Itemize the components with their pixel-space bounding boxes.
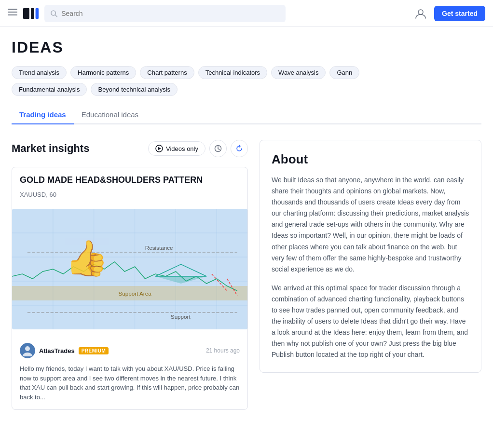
header-right: Get started	[413, 6, 485, 21]
search-bar[interactable]	[44, 5, 286, 22]
tag-fundamental-analysis[interactable]: Fundamental analysis	[12, 83, 87, 96]
card-meta: AtlasTrades PREMIUM 21 hours ago	[20, 343, 240, 358]
tags-container: Trend analysis Harmonic patterns Chart p…	[12, 66, 481, 79]
tab-trading-ideas[interactable]: Trading ideas	[12, 106, 74, 124]
tabs: Trading ideas Educational ideas	[12, 106, 481, 124]
header: Get started	[0, 0, 493, 27]
svg-rect-3	[23, 8, 29, 18]
main-content: Market insights Videos only	[12, 140, 481, 410]
idea-card[interactable]: GOLD MADE HEAD&SHOULDERS PATTERN XAUUSD,…	[12, 167, 248, 410]
refresh-icon	[235, 145, 243, 152]
videos-only-label: Videos only	[166, 145, 198, 152]
tab-educational-ideas[interactable]: Educational ideas	[74, 106, 146, 124]
page-content: IDEAS Trend analysis Harmonic patterns C…	[0, 27, 493, 410]
svg-rect-5	[36, 8, 39, 18]
svg-line-7	[55, 14, 57, 16]
right-column: About We built Ideas so that anyone, any…	[260, 140, 481, 410]
svg-text:Support Area: Support Area	[119, 291, 152, 297]
svg-rect-1	[8, 12, 17, 13]
search-input[interactable]	[61, 10, 280, 17]
svg-text:Resistance: Resistance	[145, 245, 173, 251]
refresh-button[interactable]	[231, 140, 248, 157]
clock-icon	[214, 145, 222, 152]
tag-chart-patterns[interactable]: Chart patterns	[140, 66, 194, 79]
tag-technical-indicators[interactable]: Technical indicators	[198, 66, 267, 79]
left-column: Market insights Videos only	[12, 140, 248, 410]
svg-rect-4	[31, 8, 34, 18]
user-icon[interactable]	[413, 6, 428, 21]
author-avatar	[20, 343, 35, 358]
filter-controls: Videos only	[148, 140, 248, 157]
thumbs-up-icon: 👍	[65, 238, 109, 279]
card-author: AtlasTrades PREMIUM	[20, 343, 109, 358]
card-chart: Resistance Support Area Support	[12, 209, 247, 329]
tag-wave-analysis[interactable]: Wave analysis	[271, 66, 326, 79]
svg-marker-10	[158, 147, 161, 150]
logo[interactable]	[23, 6, 39, 21]
svg-rect-0	[8, 9, 17, 10]
play-icon	[155, 145, 163, 152]
svg-point-35	[25, 346, 30, 351]
author-name: AtlasTrades	[39, 347, 75, 354]
about-paragraph-1: We built Ideas so that anyone, anywhere …	[272, 175, 469, 275]
tag-gann[interactable]: Gann	[329, 66, 359, 79]
get-started-button[interactable]: Get started	[434, 6, 485, 21]
about-paragraph-2: We arrived at this optimal space for tra…	[272, 283, 469, 361]
tags-row2: Fundamental analysis Beyond technical an…	[12, 83, 481, 96]
videos-only-button[interactable]: Videos only	[148, 141, 205, 156]
tag-beyond-technical-analysis[interactable]: Beyond technical analysis	[91, 83, 178, 96]
card-time: 21 hours ago	[206, 347, 240, 354]
page-title: IDEAS	[12, 39, 481, 56]
tag-trend-analysis[interactable]: Trend analysis	[12, 66, 67, 79]
svg-text:Support: Support	[171, 314, 191, 320]
clock-button[interactable]	[209, 140, 227, 157]
about-card: About We built Ideas so that anyone, any…	[260, 140, 481, 373]
section-header: Market insights Videos only	[12, 140, 248, 157]
svg-rect-2	[8, 14, 17, 15]
card-symbol: XAUUSD, 60	[20, 191, 240, 198]
section-title: Market insights	[12, 142, 89, 155]
search-icon	[50, 10, 57, 17]
svg-point-8	[418, 10, 423, 14]
tag-harmonic-patterns[interactable]: Harmonic patterns	[70, 66, 136, 79]
card-title: GOLD MADE HEAD&SHOULDERS PATTERN	[20, 175, 240, 185]
about-title: About	[272, 152, 469, 167]
svg-line-13	[218, 149, 219, 150]
hamburger-icon[interactable]	[8, 7, 17, 19]
card-description: Hello my friends, today I want to talk w…	[20, 364, 240, 402]
premium-badge: PREMIUM	[79, 347, 109, 354]
